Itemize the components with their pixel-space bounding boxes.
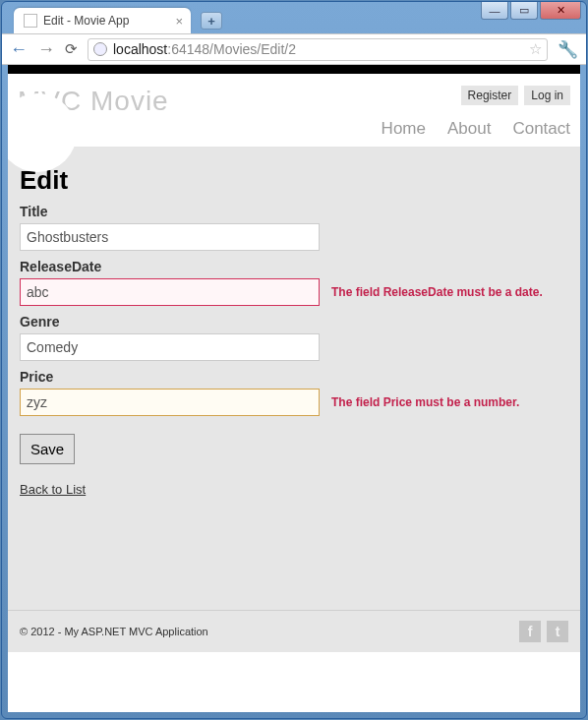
price-input[interactable] <box>20 389 320 416</box>
url-input[interactable]: localhost:64148/Movies/Edit/2 ☆ <box>88 38 548 61</box>
top-black-bar <box>8 65 580 74</box>
address-bar: ← → ⟳ localhost:64148/Movies/Edit/2 ☆ 🔧 <box>2 33 586 65</box>
facebook-icon[interactable]: f <box>519 621 541 642</box>
tab-close-icon[interactable]: × <box>175 14 183 29</box>
login-link[interactable]: Log in <box>524 86 570 105</box>
window-frame: — ▭ ✕ Edit - Movie App × + ← → ⟳ localho… <box>1 1 587 719</box>
twitter-icon[interactable]: t <box>547 621 568 642</box>
globe-icon <box>93 42 107 56</box>
minimize-button[interactable]: — <box>481 2 508 20</box>
content-area: Edit Title ReleaseDate The field Release… <box>8 148 580 610</box>
decorative-arc <box>8 93 77 172</box>
title-input[interactable] <box>20 223 320 251</box>
close-window-button[interactable]: ✕ <box>540 2 581 20</box>
browser-tab[interactable]: Edit - Movie App × <box>14 8 191 33</box>
back-to-list-link[interactable]: Back to List <box>20 482 86 497</box>
forward-button[interactable]: → <box>37 39 55 60</box>
maximize-button[interactable]: ▭ <box>510 2 538 20</box>
window-controls: — ▭ ✕ <box>479 2 581 20</box>
reload-button[interactable]: ⟳ <box>65 40 78 58</box>
site-footer: © 2012 - My ASP.NET MVC Application f t <box>8 610 580 652</box>
genre-input[interactable] <box>20 333 320 361</box>
site-header: MVC Movie Register Log in Home About Con… <box>8 74 580 148</box>
settings-wrench-icon[interactable]: 🔧 <box>558 39 578 60</box>
new-tab-button[interactable]: + <box>201 12 222 30</box>
genre-label: Genre <box>20 314 568 330</box>
footer-copyright: © 2012 - My ASP.NET MVC Application <box>20 626 208 637</box>
nav-contact[interactable]: Contact <box>512 119 570 139</box>
back-button[interactable]: ← <box>10 39 28 60</box>
main-nav: Home About Contact <box>382 119 570 139</box>
tab-title: Edit - Movie App <box>43 14 129 28</box>
releasedate-input[interactable] <box>20 278 320 306</box>
releasedate-label: ReleaseDate <box>20 259 568 274</box>
register-link[interactable]: Register <box>461 86 519 105</box>
releasedate-error: The field ReleaseDate must be a date. <box>331 285 543 299</box>
nav-home[interactable]: Home <box>382 119 426 139</box>
url-path: :64148/Movies/Edit/2 <box>167 41 296 57</box>
favicon-icon <box>24 14 37 28</box>
page-viewport: MVC Movie Register Log in Home About Con… <box>8 65 580 712</box>
price-label: Price <box>20 369 568 385</box>
bookmark-star-icon[interactable]: ☆ <box>529 40 542 58</box>
url-host: localhost <box>113 41 167 57</box>
page-title: Edit <box>20 165 568 196</box>
save-button[interactable]: Save <box>20 434 75 464</box>
price-error: The field Price must be a number. <box>331 395 519 409</box>
title-label: Title <box>20 204 568 219</box>
nav-about[interactable]: About <box>447 119 491 139</box>
